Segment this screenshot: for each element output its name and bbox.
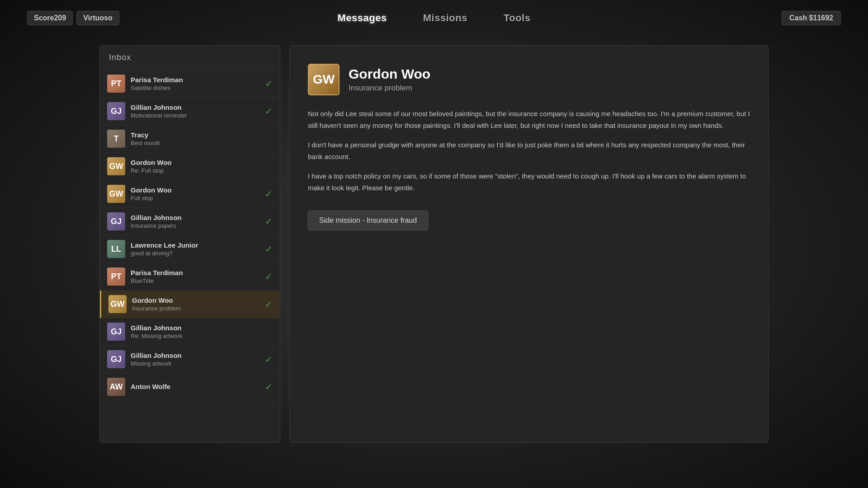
inbox-item[interactable]: GJ Gillian Johnson Motivational reminder… [100, 98, 280, 125]
avatar: AW [107, 378, 125, 396]
inbox-item-text: Gillian Johnson Motivational reminder [131, 103, 261, 119]
inbox-item-subject: Motivational reminder [131, 112, 261, 119]
navigation-bar: Score209 Virtuoso Messages Missions Tool… [0, 0, 868, 36]
inbox-item-name: Gordon Woo [132, 296, 261, 304]
message-body: Not only did Lee steal some of our most … [308, 108, 750, 193]
avatar-initials: AW [107, 378, 125, 396]
inbox-item-subject: Full stop [131, 195, 261, 202]
nav-tabs: Messages Missions Tools [338, 12, 531, 24]
inbox-item-text: Gordon Woo Re: Full stop [131, 159, 273, 174]
main-content: Inbox PT Parisa Terdiman Satellite dishe… [99, 45, 769, 443]
score-section: Score209 Virtuoso [27, 11, 119, 25]
avatar-initials: GJ [107, 102, 125, 120]
avatar: GJ [107, 212, 125, 230]
inbox-item-subject: Missing artwork [131, 360, 261, 367]
message-paragraph: I have a top notch policy on my cars, so… [308, 170, 750, 193]
inbox-item[interactable]: PT Parisa Terdiman BlueTide ✓ [100, 263, 280, 291]
inbox-item-name: Gillian Johnson [131, 324, 273, 332]
inbox-item[interactable]: T Tracy Best month [100, 125, 280, 153]
score-value: 209 [54, 14, 66, 22]
tab-missions[interactable]: Missions [423, 12, 467, 24]
message-paragraph: Not only did Lee steal some of our most … [308, 108, 750, 131]
message-subject: Insurance problem [349, 84, 430, 93]
inbox-item[interactable]: PT Parisa Terdiman Satellite dishes ✓ [100, 70, 280, 98]
avatar: GW [107, 185, 125, 203]
inbox-item-text: Parisa Terdiman Satellite dishes [131, 76, 261, 91]
inbox-item-text: Gordon Woo Full stop [131, 186, 261, 202]
tab-tools[interactable]: Tools [504, 12, 531, 24]
inbox-item[interactable]: GJ Gillian Johnson Missing artwork ✓ [100, 346, 280, 373]
sender-name: Gordon Woo [349, 66, 430, 82]
read-check-icon: ✓ [265, 271, 273, 282]
inbox-panel: Inbox PT Parisa Terdiman Satellite dishe… [99, 45, 280, 443]
inbox-item-name: Parisa Terdiman [131, 269, 261, 277]
avatar-initials: LL [107, 240, 125, 258]
read-check-icon: ✓ [265, 216, 273, 227]
avatar-initials: T [107, 130, 125, 148]
inbox-item[interactable]: GJ Gillian Johnson Re: Missing artwork [100, 318, 280, 346]
avatar-initials: PT [107, 267, 125, 286]
avatar-initials: PT [107, 75, 125, 93]
read-check-icon: ✓ [265, 381, 273, 392]
inbox-item-text: Gillian Johnson Re: Missing artwork [131, 324, 273, 339]
inbox-item-name: Anton Wolfe [131, 383, 261, 390]
avatar-initials: GJ [107, 212, 125, 230]
avatar-initials: GW [107, 157, 125, 175]
avatar-initials: GW [108, 295, 127, 313]
inbox-item[interactable]: LL Lawrence Lee Junior good at driving? … [100, 235, 280, 263]
score-box: Score209 [27, 11, 73, 25]
inbox-item-subject: good at driving? [131, 250, 261, 257]
inbox-item-text: Gillian Johnson Missing artwork [131, 352, 261, 367]
inbox-item[interactable]: GW Gordon Woo Insurance problem ✓ [100, 291, 280, 318]
inbox-item-name: Gillian Johnson [131, 352, 261, 359]
mission-button[interactable]: Side mission - Insurance fraud [308, 211, 428, 230]
inbox-list: PT Parisa Terdiman Satellite dishes ✓ GJ… [100, 70, 280, 442]
message-paragraph: I don't have a personal grudge with anyo… [308, 139, 750, 162]
inbox-item-name: Tracy [131, 131, 273, 139]
avatar: PT [107, 267, 125, 286]
inbox-item-name: Parisa Terdiman [131, 76, 261, 84]
avatar-initials: GJ [107, 350, 125, 368]
score-label: Score [34, 14, 54, 22]
read-check-icon: ✓ [265, 244, 273, 254]
avatar-initials: GW [107, 185, 125, 203]
inbox-header: Inbox [100, 46, 280, 70]
inbox-item-name: Gillian Johnson [131, 214, 261, 221]
inbox-item-subject: Re: Full stop [131, 167, 273, 174]
inbox-item-name: Gordon Woo [131, 186, 261, 194]
read-check-icon: ✓ [265, 78, 273, 89]
avatar: GJ [107, 102, 125, 120]
inbox-item-text: Tracy Best month [131, 131, 273, 146]
inbox-item-text: Lawrence Lee Junior good at driving? [131, 241, 261, 257]
rank-box: Virtuoso [76, 11, 119, 25]
inbox-item[interactable]: GJ Gillian Johnson Insurance papers ✓ [100, 208, 280, 235]
message-panel: GW Gordon Woo Insurance problem Not only… [289, 45, 769, 443]
avatar: T [107, 130, 125, 148]
inbox-item-subject: Re: Missing artwork [131, 333, 273, 339]
tab-messages[interactable]: Messages [338, 12, 387, 24]
inbox-item-text: Gillian Johnson Insurance papers [131, 214, 261, 229]
message-header-text: Gordon Woo Insurance problem [349, 66, 430, 93]
inbox-item[interactable]: AW Anton Wolfe ✓ [100, 373, 280, 401]
inbox-item-subject: Satellite dishes [131, 84, 261, 91]
avatar: LL [107, 240, 125, 258]
avatar-initials: GJ [107, 323, 125, 341]
avatar: GW [108, 295, 127, 313]
avatar: PT [107, 75, 125, 93]
inbox-item-subject: BlueTide [131, 277, 261, 284]
inbox-item-text: Anton Wolfe [131, 383, 261, 391]
read-check-icon: ✓ [265, 299, 273, 310]
inbox-item[interactable]: GW Gordon Woo Re: Full stop [100, 153, 280, 180]
avatar: GJ [107, 323, 125, 341]
avatar: GW [107, 157, 125, 175]
inbox-item-name: Gordon Woo [131, 159, 273, 166]
inbox-item[interactable]: GW Gordon Woo Full stop ✓ [100, 180, 280, 208]
read-check-icon: ✓ [265, 106, 273, 117]
inbox-item-subject: Insurance papers [131, 222, 261, 229]
read-check-icon: ✓ [265, 354, 273, 365]
avatar: GJ [107, 350, 125, 368]
inbox-item-subject: Best month [131, 140, 273, 146]
message-header: GW Gordon Woo Insurance problem [308, 64, 750, 95]
read-check-icon: ✓ [265, 188, 273, 199]
inbox-item-name: Lawrence Lee Junior [131, 241, 261, 249]
